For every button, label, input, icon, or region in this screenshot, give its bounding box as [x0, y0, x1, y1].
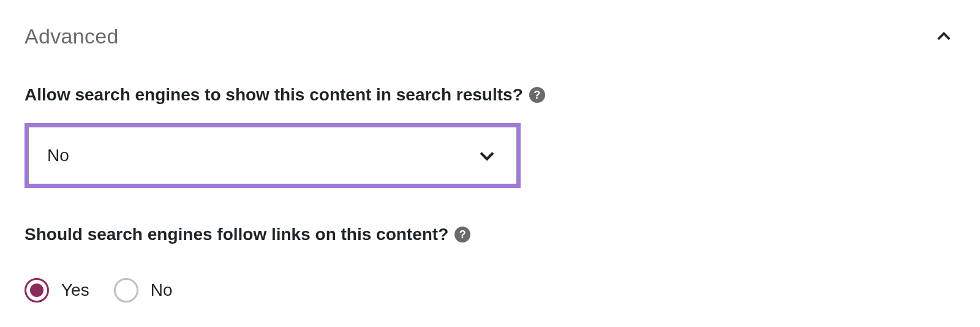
- section-title: Advanced: [24, 24, 119, 48]
- allow-search-select-inner[interactable]: No: [28, 127, 517, 184]
- chevron-up-icon[interactable]: [932, 25, 956, 48]
- radio-indicator-no: [114, 278, 138, 303]
- chevron-down-icon: [476, 145, 498, 167]
- help-icon[interactable]: ?: [529, 87, 545, 103]
- follow-links-radio-group: Yes No: [24, 278, 956, 303]
- allow-search-select[interactable]: No: [24, 123, 521, 188]
- follow-links-label-text: Should search engines follow links on th…: [24, 225, 448, 244]
- allow-search-label-text: Allow search engines to show this conten…: [24, 85, 523, 105]
- radio-indicator-yes: [24, 278, 49, 303]
- help-icon[interactable]: ?: [454, 227, 470, 242]
- radio-label-no: No: [151, 280, 173, 300]
- radio-dot: [30, 284, 43, 297]
- follow-links-field: Should search engines follow links on th…: [24, 225, 956, 303]
- radio-option-yes[interactable]: Yes: [24, 278, 89, 303]
- radio-label-yes: Yes: [61, 280, 89, 300]
- allow-search-label: Allow search engines to show this conten…: [24, 85, 545, 105]
- allow-search-engines-field: Allow search engines to show this conten…: [24, 85, 956, 188]
- radio-option-no[interactable]: No: [114, 278, 173, 303]
- follow-links-label: Should search engines follow links on th…: [24, 225, 470, 244]
- allow-search-selected-value: No: [47, 146, 69, 165]
- advanced-section-header[interactable]: Advanced: [24, 18, 956, 48]
